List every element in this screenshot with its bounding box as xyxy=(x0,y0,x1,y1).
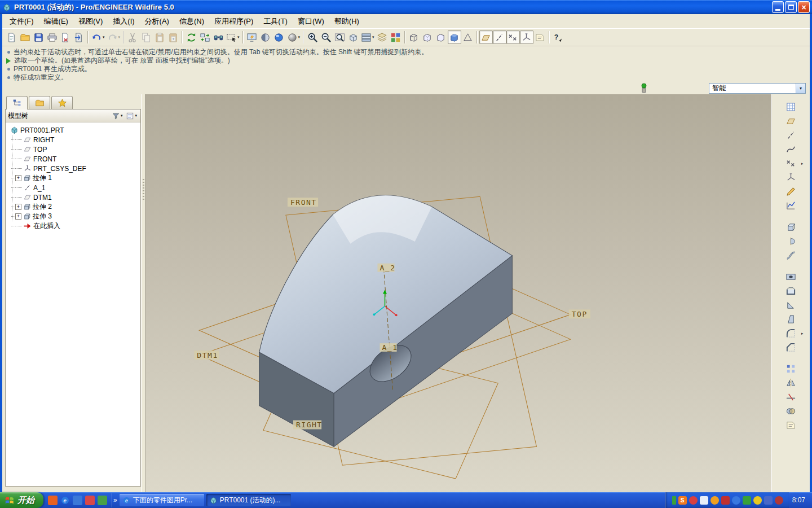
grid-snap-tool[interactable] xyxy=(784,100,798,114)
3d-viewport[interactable]: FRONT TOP DTM1 RIGHT A_2 A_1 xyxy=(145,94,771,492)
minimize-button[interactable] xyxy=(772,1,784,13)
point-display-button[interactable] xyxy=(506,30,520,44)
quicklaunch-media-player[interactable] xyxy=(85,496,95,505)
dropdown-caret-icon[interactable]: ▾ xyxy=(118,35,121,40)
find-button[interactable] xyxy=(211,30,225,44)
tree-filters-button[interactable]: ▾ xyxy=(111,111,124,121)
datum-label-front[interactable]: FRONT xyxy=(288,198,318,207)
draft-tool[interactable] xyxy=(784,312,798,326)
tree-item-extrude-2[interactable]: 拉伸 2 xyxy=(9,202,139,212)
quicklaunch-ie[interactable] xyxy=(60,496,70,505)
tree-item-prt0001[interactable]: PRT0001.PRT xyxy=(9,125,139,135)
shell-tool[interactable] xyxy=(784,284,798,298)
flyout-arrow-icon[interactable]: ▸ xyxy=(801,161,804,166)
tree-item-a1[interactable]: A_1 xyxy=(9,183,139,192)
datum-point-tool[interactable]: ▸ xyxy=(784,156,798,170)
tree-item-extrude-3[interactable]: 拉伸 3 xyxy=(9,212,139,221)
undo-button[interactable]: ▾ xyxy=(90,30,106,44)
nav-tab-model-tree[interactable] xyxy=(6,96,28,110)
axis-display-button[interactable] xyxy=(493,30,506,44)
hole-tool[interactable] xyxy=(784,270,798,284)
menu-insert[interactable]: 插入(I) xyxy=(108,15,139,28)
nav-tab-folder-browser[interactable] xyxy=(29,96,50,109)
new-file-button[interactable] xyxy=(5,30,18,44)
datum-graph-tool[interactable] xyxy=(784,199,798,213)
mirror-tool[interactable] xyxy=(784,376,798,390)
start-button[interactable]: 开始 xyxy=(0,492,43,508)
plane-display-button[interactable] xyxy=(479,30,493,44)
datum-label-top[interactable]: TOP xyxy=(569,309,590,318)
dropdown-caret-icon[interactable]: ▾ xyxy=(372,35,374,40)
tray-icon-2[interactable] xyxy=(700,496,708,505)
quicklaunch-show-desktop[interactable] xyxy=(73,496,82,505)
restore-button[interactable] xyxy=(785,1,797,13)
copy-button[interactable] xyxy=(139,30,153,44)
expand-toggle[interactable] xyxy=(15,204,21,210)
datum-curve-tool[interactable] xyxy=(784,142,798,156)
sketch-tool[interactable] xyxy=(784,185,798,199)
annotation-display-button[interactable] xyxy=(533,30,547,44)
tree-columns-button[interactable]: ▾ xyxy=(125,111,138,121)
datum-plane-tool[interactable] xyxy=(784,114,798,128)
tray-sogou[interactable]: S xyxy=(678,496,687,505)
pattern-tool[interactable] xyxy=(784,362,798,376)
revolve-tool[interactable] xyxy=(784,234,798,248)
tray-icon-9[interactable] xyxy=(775,496,783,505)
no-hidden-button[interactable] xyxy=(434,30,448,44)
expand-toggle[interactable] xyxy=(15,213,21,220)
chevron-down-icon[interactable]: ▾ xyxy=(135,113,137,118)
menu-view[interactable]: 视图(V) xyxy=(73,15,108,28)
nav-tab-favorites[interactable] xyxy=(51,96,73,109)
sweep-tool[interactable] xyxy=(784,248,798,262)
graphics-area[interactable]: FRONT TOP DTM1 RIGHT A_2 A_1 xyxy=(145,94,771,492)
tray-language-bar[interactable] xyxy=(672,496,676,505)
select-button[interactable]: ▾ xyxy=(225,30,241,44)
axis-label-a1[interactable]: A_1 xyxy=(379,343,398,352)
panel-splitter[interactable] xyxy=(141,94,145,492)
print-button[interactable] xyxy=(45,30,59,44)
enhanced-realism-button[interactable] xyxy=(272,30,286,44)
tree-item-front[interactable]: FRONT xyxy=(9,154,139,164)
extrude-tool[interactable] xyxy=(784,220,798,234)
title-bar[interactable]: PRT0001 (活动的) - Pro/ENGINEER Wildfire 5.… xyxy=(0,0,812,14)
orient-mode-button[interactable] xyxy=(346,30,360,44)
csys-display-button[interactable] xyxy=(520,30,533,44)
datum-axis-tool[interactable] xyxy=(784,128,798,142)
tray-icon-8[interactable] xyxy=(764,496,773,505)
tray-icon-4[interactable] xyxy=(721,496,730,505)
context-help-button[interactable] xyxy=(551,30,565,44)
close-button[interactable] xyxy=(798,1,810,13)
tray-icon-6[interactable] xyxy=(743,496,751,505)
saved-views-button[interactable]: ▾ xyxy=(360,30,376,44)
dropdown-caret-icon[interactable]: ▾ xyxy=(103,35,105,40)
menu-window[interactable]: 窗口(W) xyxy=(293,15,329,28)
redo-button[interactable]: ▾ xyxy=(106,30,122,44)
rib-tool[interactable] xyxy=(784,298,798,312)
axis-label-a2[interactable]: A_2 xyxy=(377,264,395,272)
menu-tools[interactable]: 工具(T) xyxy=(258,15,293,28)
tree-item-prt-csys-def[interactable]: PRT_CSYS_DEF xyxy=(9,164,139,173)
quick-launch-overflow[interactable]: » xyxy=(113,496,117,504)
view-manager-button[interactable] xyxy=(389,30,403,44)
menu-file[interactable]: 文件(F) xyxy=(5,15,39,28)
shaded-button[interactable] xyxy=(448,30,461,44)
menu-info[interactable]: 信息(N) xyxy=(174,15,209,28)
menu-analysis[interactable]: 分析(A) xyxy=(140,15,174,28)
task-button-drawing[interactable]: 下面的零件图用Pr... xyxy=(120,494,204,506)
datum-csys-tool[interactable] xyxy=(784,170,798,185)
tree-item-extrude-1[interactable]: 拉伸 1 xyxy=(9,173,139,183)
tree-item-insert-here[interactable]: 在此插入 xyxy=(9,221,139,231)
round-tool[interactable]: ▸ xyxy=(784,326,798,340)
merge-tool[interactable] xyxy=(784,404,798,418)
spin-center-button[interactable]: ▾ xyxy=(286,30,302,44)
annotation-tool[interactable] xyxy=(784,418,798,432)
zoom-in-button[interactable] xyxy=(306,30,319,44)
chevron-down-icon[interactable]: ▾ xyxy=(796,84,805,93)
quicklaunch-messenger[interactable] xyxy=(98,496,107,505)
open-button[interactable] xyxy=(18,30,32,44)
refit-button[interactable] xyxy=(333,30,346,44)
taskbar-clock[interactable]: 8:07 xyxy=(792,496,805,504)
datum-label-right[interactable]: RIGHT xyxy=(293,421,323,430)
repaint-button[interactable] xyxy=(245,30,259,44)
expand-toggle[interactable] xyxy=(15,175,21,181)
